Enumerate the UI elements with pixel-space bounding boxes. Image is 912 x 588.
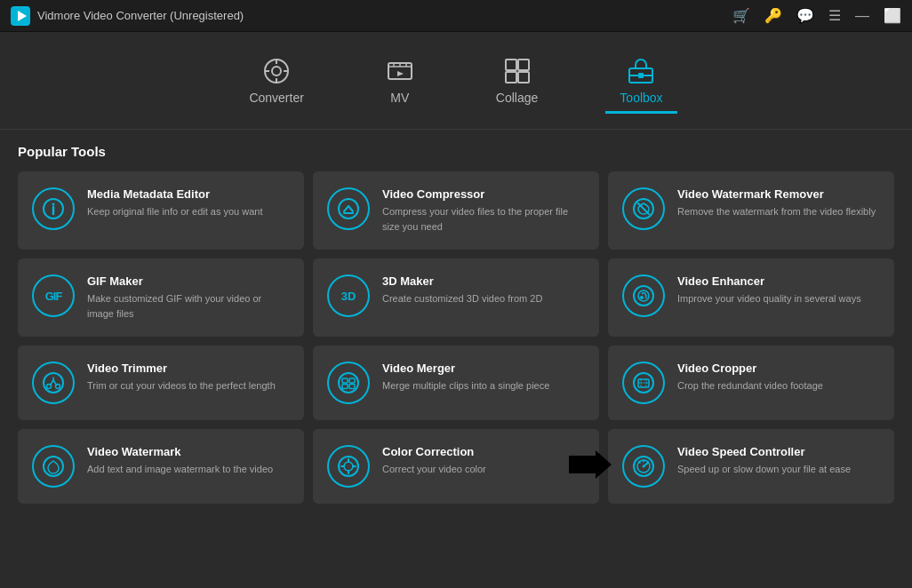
media-metadata-editor-info: Media Metadata Editor Keep original file…: [87, 187, 290, 219]
collage-icon: [503, 57, 532, 85]
color-correction-name: Color Correction: [382, 445, 585, 458]
3d-maker-icon: 3D: [327, 274, 370, 317]
color-correction-info: Color Correction Correct your video colo…: [382, 445, 585, 477]
video-speed-controller-name: Video Speed Controller: [677, 445, 880, 458]
video-watermark-desc: Add text and image watermark to the vide…: [87, 462, 290, 477]
tab-collage[interactable]: Collage: [482, 50, 552, 112]
video-speed-controller-desc: Speed up or slow down your file at ease: [677, 462, 880, 477]
video-merger-desc: Merge multiple clips into a single piece: [382, 378, 585, 393]
svg-rect-13: [506, 60, 516, 70]
svg-rect-37: [342, 378, 348, 383]
key-icon[interactable]: 🔑: [764, 7, 782, 24]
media-metadata-editor-desc: Keep original file info or edit as you w…: [87, 204, 290, 219]
video-watermark-name: Video Watermark: [87, 445, 290, 458]
tool-video-merger[interactable]: Video Merger Merge multiple clips into a…: [313, 346, 599, 420]
title-bar: Vidmore Video Converter (Unregistered) 🛒…: [0, 0, 912, 32]
3d-maker-info: 3D Maker Create customized 3D video from…: [382, 274, 585, 306]
chat-icon[interactable]: 💬: [796, 7, 814, 24]
tool-3d-maker[interactable]: 3D 3D Maker Create customized 3D video f…: [313, 258, 599, 337]
app-title: Vidmore Video Converter (Unregistered): [37, 9, 244, 22]
video-watermark-remover-name: Video Watermark Remover: [677, 187, 880, 201]
toolbox-icon: [627, 57, 655, 85]
video-trimmer-icon: [32, 362, 75, 404]
svg-line-33: [51, 380, 54, 385]
color-correction-desc: Correct your video color: [382, 462, 585, 477]
svg-rect-14: [518, 60, 529, 70]
video-watermark-remover-desc: Remove the watermark from the video flex…: [677, 204, 880, 219]
mv-icon: [386, 57, 414, 85]
video-merger-icon: [327, 362, 370, 404]
svg-point-36: [339, 373, 358, 393]
video-compressor-icon: [327, 187, 370, 230]
video-merger-name: Video Merger: [382, 362, 585, 375]
gif-maker-info: GIF Maker Make customized GIF with your …: [87, 274, 290, 321]
video-merger-info: Video Merger Merge multiple clips into a…: [382, 362, 585, 393]
converter-icon: [262, 57, 291, 85]
svg-rect-15: [506, 72, 516, 83]
minimize-icon[interactable]: —: [855, 8, 869, 24]
svg-point-48: [344, 462, 353, 471]
svg-point-30: [44, 373, 63, 393]
tool-video-speed-controller[interactable]: Video Speed Controller Speed up or slow …: [608, 429, 894, 504]
tool-video-compressor[interactable]: Video Compressor Compress your video fil…: [313, 171, 599, 250]
tool-video-trimmer[interactable]: Video Trimmer Trim or cut your videos to…: [18, 346, 304, 420]
svg-point-57: [643, 465, 645, 468]
gif-maker-desc: Make customized GIF with your video or i…: [87, 291, 290, 321]
app-logo: [11, 6, 30, 26]
collage-label: Collage: [496, 91, 538, 105]
restore-icon[interactable]: ⬜: [884, 7, 901, 24]
3d-maker-desc: Create customized 3D video from 2D: [382, 291, 585, 306]
tool-color-correction[interactable]: Color Correction Correct your video colo…: [313, 429, 599, 504]
svg-marker-53: [569, 450, 612, 479]
tab-converter[interactable]: Converter: [235, 50, 317, 112]
video-trimmer-info: Video Trimmer Trim or cut your videos to…: [87, 362, 290, 393]
svg-rect-40: [349, 385, 355, 389]
converter-label: Converter: [249, 91, 303, 105]
tool-media-metadata-editor[interactable]: Media Metadata Editor Keep original file…: [18, 171, 304, 250]
video-watermark-icon: [32, 445, 75, 488]
tab-mv[interactable]: MV: [372, 50, 428, 112]
gif-maker-name: GIF Maker: [87, 274, 290, 288]
content-area: Popular Tools Media Metadata Editor Keep…: [0, 130, 912, 588]
svg-line-60: [647, 462, 648, 464]
video-trimmer-name: Video Trimmer: [87, 362, 290, 375]
tool-video-cropper[interactable]: Video Cropper Crop the redundant video f…: [608, 346, 894, 420]
cart-icon[interactable]: 🛒: [732, 7, 750, 24]
video-enhancer-icon: [622, 274, 665, 317]
svg-point-23: [339, 199, 358, 219]
nav-bar: Converter MV Collage: [0, 32, 912, 130]
mv-label: MV: [390, 91, 409, 105]
arrow-pointer: [567, 449, 613, 484]
svg-rect-38: [349, 378, 355, 383]
toolbox-label: Toolbox: [620, 91, 662, 105]
svg-point-3: [272, 67, 281, 75]
svg-rect-19: [638, 73, 644, 78]
menu-icon[interactable]: ☰: [828, 7, 841, 24]
title-bar-controls: 🛒 🔑 💬 ☰ — ⬜: [732, 7, 901, 24]
svg-rect-16: [518, 72, 529, 83]
svg-rect-39: [342, 385, 348, 389]
svg-point-29: [640, 296, 644, 299]
svg-point-27: [634, 286, 653, 306]
video-cropper-info: Video Cropper Crop the redundant video f…: [677, 362, 880, 393]
video-compressor-desc: Compress your video files to the proper …: [382, 204, 585, 234]
svg-line-59: [639, 462, 640, 464]
section-title: Popular Tools: [18, 144, 894, 159]
video-enhancer-desc: Improve your video quality in several wa…: [677, 291, 880, 306]
tool-video-watermark-remover[interactable]: Video Watermark Remover Remove the water…: [608, 171, 894, 250]
tool-gif-maker[interactable]: GIF GIF Maker Make customized GIF with y…: [18, 258, 304, 337]
video-cropper-desc: Crop the redundant video footage: [677, 378, 880, 393]
tool-video-watermark[interactable]: Video Watermark Add text and image water…: [18, 429, 304, 504]
video-speed-controller-info: Video Speed Controller Speed up or slow …: [677, 445, 880, 477]
tool-video-enhancer[interactable]: Video Enhancer Improve your video qualit…: [608, 258, 894, 337]
video-trimmer-desc: Trim or cut your videos to the perfect l…: [87, 378, 290, 393]
tab-toolbox[interactable]: Toolbox: [605, 50, 676, 112]
video-cropper-name: Video Cropper: [677, 362, 880, 375]
svg-point-22: [52, 203, 55, 206]
title-bar-left: Vidmore Video Converter (Unregistered): [11, 6, 244, 26]
tools-grid: Media Metadata Editor Keep original file…: [18, 171, 894, 504]
color-correction-icon: [327, 445, 370, 488]
3d-maker-name: 3D Maker: [382, 274, 585, 288]
media-metadata-editor-name: Media Metadata Editor: [87, 187, 290, 201]
video-watermark-info: Video Watermark Add text and image water…: [87, 445, 290, 477]
